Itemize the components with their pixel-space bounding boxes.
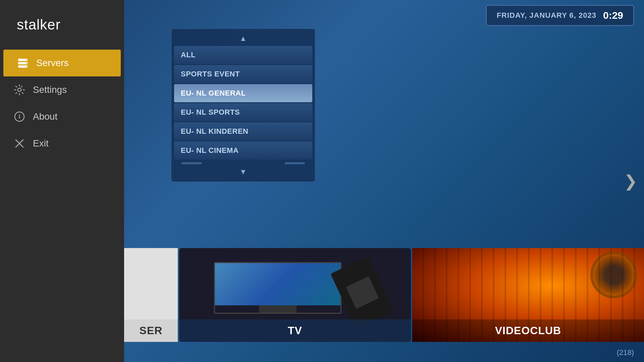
next-arrow[interactable]: ❯: [624, 172, 637, 190]
scroll-dot-right: [285, 162, 305, 164]
header-bar: FRIDAY, JANUARY 6, 2023 0:29: [124, 0, 644, 31]
sidebar-item-exit[interactable]: Exit: [0, 130, 124, 157]
time-display: 0:29: [603, 10, 623, 21]
dropdown-item-eu-nl-general[interactable]: EU- NL GENERAL: [174, 84, 312, 102]
svg-point-4: [26, 63, 27, 64]
info-icon: i: [13, 111, 25, 123]
tv-screen-inner: [215, 263, 340, 305]
scroll-dot-left: [181, 162, 202, 164]
main-content: FRIDAY, JANUARY 6, 2023 0:29 ▲ ALL SPORT…: [124, 0, 644, 362]
browser-card-label: SER: [124, 319, 178, 342]
svg-point-3: [26, 59, 27, 60]
svg-point-5: [26, 66, 27, 67]
remote-buttons: [346, 276, 379, 309]
gear-icon: [13, 84, 25, 96]
sidebar-item-settings[interactable]: Settings: [0, 76, 124, 103]
sidebar-item-servers[interactable]: Servers: [3, 50, 121, 76]
app-logo: stalker: [0, 10, 124, 50]
dropdown-item-eu-nl-kinderen[interactable]: EU- NL KINDEREN: [174, 122, 312, 140]
about-label: About: [33, 111, 57, 122]
servers-label: Servers: [36, 58, 68, 68]
date-display: FRIDAY, JANUARY 6, 2023: [497, 11, 596, 20]
close-icon: [13, 137, 25, 149]
tv-card-label: TV: [179, 319, 411, 342]
card-videoclub[interactable]: VIDEOCLUB: [412, 248, 644, 342]
dropdown-item-sports-event[interactable]: SPORTS EVENT: [174, 65, 312, 83]
dropdown-item-eu-nl-cinema[interactable]: EU- NL CINEMA: [174, 141, 312, 160]
scroll-up-arrow[interactable]: ▲: [171, 32, 315, 45]
scroll-indicators: [171, 161, 315, 166]
datetime-bar: FRIDAY, JANUARY 6, 2023 0:29: [486, 5, 634, 26]
tv-set-visual: [214, 262, 341, 314]
sidebar: stalker Servers Settings: [0, 0, 124, 362]
scroll-down-arrow[interactable]: ▼: [171, 166, 315, 178]
svg-text:i: i: [18, 113, 20, 120]
dropdown-item-all[interactable]: ALL: [174, 46, 312, 64]
card-browser[interactable]: SER: [124, 248, 178, 342]
count-badge: (218): [617, 348, 634, 357]
tv-stand: [259, 305, 297, 313]
category-dropdown: ▲ ALL SPORTS EVENT EU- NL GENERAL EU- NL…: [171, 28, 315, 182]
sidebar-item-about[interactable]: i About: [0, 103, 124, 130]
settings-label: Settings: [33, 84, 67, 95]
svg-point-6: [18, 88, 21, 92]
card-tv[interactable]: TV: [179, 248, 411, 342]
cards-container: SER TV VIDEOCL: [124, 248, 644, 342]
dropdown-item-eu-nl-sports[interactable]: EU- NL SPORTS: [174, 103, 312, 121]
server-icon: [17, 57, 29, 69]
videoclub-card-label: VIDEOCLUB: [412, 319, 644, 342]
exit-label: Exit: [33, 138, 49, 149]
